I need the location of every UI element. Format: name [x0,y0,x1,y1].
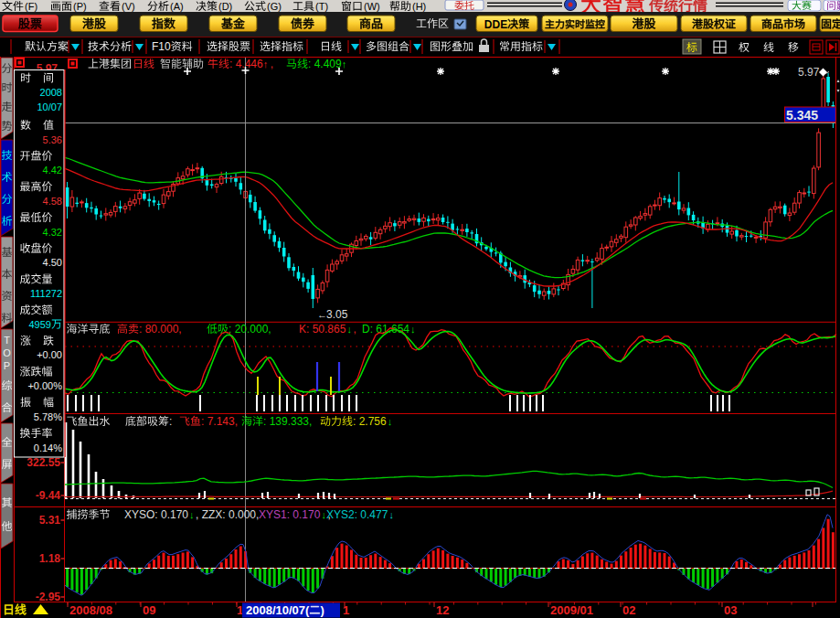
svg-text:↓: ↓ [388,509,394,520]
svg-text:(W): (W) [364,1,380,12]
svg-text:111272: 111272 [30,288,62,299]
svg-text:+0.00%: +0.00% [27,380,62,391]
svg-text:(T): (T) [315,1,328,12]
svg-text:(F): (F) [25,1,37,12]
svg-text:03: 03 [724,603,737,617]
svg-text:↓: ↓ [189,509,195,520]
svg-text:XYS2: 0.477: XYS2: 0.477 [326,508,388,521]
svg-text:2009/01: 2009/01 [550,603,593,617]
svg-text:↓: ↓ [410,324,416,335]
svg-text:12: 12 [436,603,449,617]
svg-text:4.42: 4.42 [43,165,62,176]
svg-text:, ZZX: 0.000,: , ZZX: 0.000, [196,508,259,521]
svg-text:5.31: 5.31 [39,514,61,527]
svg-text:: 2.756: : 2.756 [353,415,387,428]
svg-text:: 80.000,: : 80.000, [139,323,182,336]
svg-text:4.58: 4.58 [43,196,62,207]
svg-text:-2.95: -2.95 [36,591,61,603]
svg-text:(H): (H) [412,1,426,12]
svg-text:): ) [320,603,324,617]
svg-text:(G): (G) [267,1,282,12]
svg-text:09: 09 [143,603,155,617]
svg-text:,: , [271,58,273,70]
svg-text:4.32: 4.32 [43,227,62,238]
svg-text:1: 1 [343,603,349,617]
svg-text:+0.00: +0.00 [37,349,62,360]
svg-text:P: P [4,360,10,371]
svg-text:1.18: 1.18 [39,552,61,565]
svg-text:2008: 2008 [40,87,62,98]
svg-text:5.36: 5.36 [43,134,62,145]
svg-text:4.50: 4.50 [43,257,62,268]
svg-text:(V): (V) [122,1,135,12]
svg-text:: 139.333,: : 139.333, [263,415,312,428]
svg-text:DDE: DDE [484,18,507,31]
svg-text:F10: F10 [152,40,171,53]
svg-text:XYS1: 0.170: XYS1: 0.170 [259,508,321,521]
svg-text:↓: ↓ [346,324,352,335]
svg-text:3.05: 3.05 [326,308,348,321]
svg-text:(P): (P) [73,1,87,12]
svg-text:02: 02 [622,603,635,617]
svg-text::: : [169,415,172,428]
svg-text:-9.44: -9.44 [36,489,61,502]
svg-text:K: 50.865: K: 50.865 [299,323,346,336]
svg-text:↑: ↑ [263,59,269,69]
svg-text:XYSO: 0.170: XYSO: 0.170 [124,508,188,521]
svg-text:T: T [4,335,10,346]
svg-text:5.97: 5.97 [798,66,820,79]
svg-text:5.78%: 5.78% [34,411,62,422]
svg-text:10/07: 10/07 [37,101,62,112]
svg-text:(A): (A) [170,1,184,12]
svg-text:: 4.409: : 4.409 [308,58,342,70]
svg-text:: 7.143,: : 7.143, [201,415,238,428]
svg-text:4959: 4959 [29,319,51,330]
svg-text:322.55: 322.55 [27,456,60,469]
svg-text:0.14%: 0.14% [34,442,62,453]
svg-text:5.345: 5.345 [786,108,818,123]
svg-text:: 20.000,: : 20.000, [229,323,271,336]
svg-text:O: O [3,347,11,358]
svg-text:2008/10/07(: 2008/10/07( [246,603,310,617]
svg-text:: 4.446: : 4.446 [229,58,263,70]
svg-text:,: , [353,323,356,336]
svg-text:2008/08: 2008/08 [69,603,112,617]
svg-text:(D): (D) [218,1,232,12]
svg-text:↓: ↓ [388,416,393,427]
svg-text:↑: ↑ [342,59,347,69]
